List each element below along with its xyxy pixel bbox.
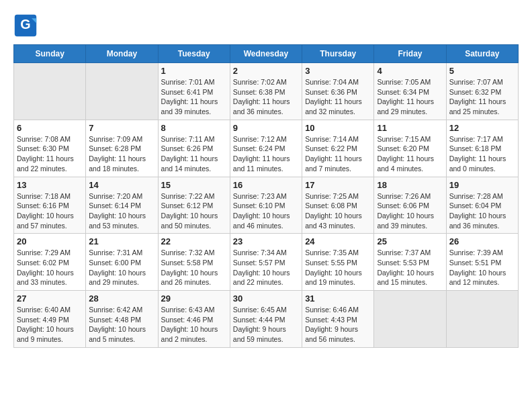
day-number: 12 [449, 123, 515, 133]
logo-icon: G [13, 13, 38, 38]
calendar-cell: 11Sunrise: 7:15 AMSunset: 6:20 PMDayligh… [374, 120, 446, 177]
day-number: 1 [161, 66, 227, 76]
day-info: Sunrise: 7:14 AMSunset: 6:22 PMDaylight:… [305, 134, 371, 174]
day-info: Sunrise: 7:11 AMSunset: 6:26 PMDaylight:… [161, 134, 227, 174]
day-info: Sunrise: 6:46 AMSunset: 4:43 PMDaylight:… [305, 305, 371, 345]
calendar-cell: 5Sunrise: 7:07 AMSunset: 6:32 PMDaylight… [446, 63, 518, 120]
day-number: 5 [449, 66, 515, 76]
day-number: 19 [449, 180, 515, 190]
day-number: 3 [305, 66, 371, 76]
calendar-cell [86, 63, 158, 120]
calendar-cell: 4Sunrise: 7:05 AMSunset: 6:34 PMDaylight… [374, 63, 446, 120]
day-info: Sunrise: 7:20 AMSunset: 6:14 PMDaylight:… [89, 191, 154, 231]
day-number: 20 [17, 236, 83, 246]
calendar-cell: 12Sunrise: 7:17 AMSunset: 6:18 PMDayligh… [446, 120, 518, 177]
calendar-cell [374, 291, 446, 348]
calendar-cell: 14Sunrise: 7:20 AMSunset: 6:14 PMDayligh… [86, 177, 158, 234]
calendar-cell: 24Sunrise: 7:35 AMSunset: 5:55 PMDayligh… [302, 234, 374, 291]
day-info: Sunrise: 7:05 AMSunset: 6:34 PMDaylight:… [377, 77, 443, 117]
day-number: 14 [89, 180, 154, 190]
calendar-week-3: 13Sunrise: 7:18 AMSunset: 6:16 PMDayligh… [14, 177, 519, 234]
day-number: 23 [233, 236, 299, 246]
calendar-cell: 7Sunrise: 7:09 AMSunset: 6:28 PMDaylight… [86, 120, 158, 177]
weekday-header-friday: Friday [374, 45, 446, 63]
day-info: Sunrise: 7:37 AMSunset: 5:53 PMDaylight:… [377, 248, 443, 287]
calendar-cell: 9Sunrise: 7:12 AMSunset: 6:24 PMDaylight… [230, 120, 302, 177]
calendar-cell: 17Sunrise: 7:25 AMSunset: 6:08 PMDayligh… [302, 177, 374, 234]
day-number: 25 [377, 236, 443, 246]
calendar-cell: 10Sunrise: 7:14 AMSunset: 6:22 PMDayligh… [302, 120, 374, 177]
calendar-cell: 2Sunrise: 7:02 AMSunset: 6:38 PMDaylight… [230, 63, 302, 120]
weekday-header-monday: Monday [86, 45, 158, 63]
day-number: 17 [305, 180, 371, 190]
calendar-cell: 3Sunrise: 7:04 AMSunset: 6:36 PMDaylight… [302, 63, 374, 120]
calendar-cell: 18Sunrise: 7:26 AMSunset: 6:06 PMDayligh… [374, 177, 446, 234]
day-info: Sunrise: 7:35 AMSunset: 5:55 PMDaylight:… [305, 248, 371, 287]
day-number: 10 [305, 123, 371, 133]
day-number: 4 [377, 66, 443, 76]
weekday-header-tuesday: Tuesday [158, 45, 230, 63]
weekday-header-saturday: Saturday [446, 45, 518, 63]
day-number: 24 [305, 236, 371, 246]
day-info: Sunrise: 6:42 AMSunset: 4:48 PMDaylight:… [89, 305, 154, 345]
day-number: 9 [233, 123, 299, 133]
weekday-header-sunday: Sunday [14, 45, 86, 63]
calendar-cell [446, 291, 518, 348]
day-number: 6 [17, 123, 83, 133]
calendar-cell: 28Sunrise: 6:42 AMSunset: 4:48 PMDayligh… [86, 291, 158, 348]
day-number: 18 [377, 180, 443, 190]
day-info: Sunrise: 7:17 AMSunset: 6:18 PMDaylight:… [449, 134, 515, 174]
day-number: 7 [89, 123, 154, 133]
calendar-cell: 8Sunrise: 7:11 AMSunset: 6:26 PMDaylight… [158, 120, 230, 177]
calendar-table: SundayMondayTuesdayWednesdayThursdayFrid… [13, 44, 519, 348]
calendar-cell: 26Sunrise: 7:39 AMSunset: 5:51 PMDayligh… [446, 234, 518, 291]
day-number: 21 [89, 236, 154, 246]
day-info: Sunrise: 7:29 AMSunset: 6:02 PMDaylight:… [17, 248, 83, 287]
day-info: Sunrise: 7:26 AMSunset: 6:06 PMDaylight:… [377, 191, 443, 231]
day-info: Sunrise: 7:12 AMSunset: 6:24 PMDaylight:… [233, 134, 299, 174]
day-info: Sunrise: 7:34 AMSunset: 5:57 PMDaylight:… [233, 248, 299, 287]
day-info: Sunrise: 6:43 AMSunset: 4:46 PMDaylight:… [161, 305, 227, 345]
calendar-week-2: 6Sunrise: 7:08 AMSunset: 6:30 PMDaylight… [14, 120, 519, 177]
calendar-week-4: 20Sunrise: 7:29 AMSunset: 6:02 PMDayligh… [14, 234, 519, 291]
day-info: Sunrise: 7:01 AMSunset: 6:41 PMDaylight:… [161, 77, 227, 117]
day-info: Sunrise: 7:04 AMSunset: 6:36 PMDaylight:… [305, 77, 371, 117]
day-info: Sunrise: 7:07 AMSunset: 6:32 PMDaylight:… [449, 77, 515, 117]
day-info: Sunrise: 7:31 AMSunset: 6:00 PMDaylight:… [89, 248, 154, 287]
calendar-cell [14, 63, 86, 120]
svg-text:G: G [20, 17, 30, 32]
weekday-header-row: SundayMondayTuesdayWednesdayThursdayFrid… [14, 45, 519, 63]
day-info: Sunrise: 7:02 AMSunset: 6:38 PMDaylight:… [233, 77, 299, 117]
calendar-week-1: 1Sunrise: 7:01 AMSunset: 6:41 PMDaylight… [14, 63, 519, 120]
day-info: Sunrise: 6:45 AMSunset: 4:44 PMDaylight:… [233, 305, 299, 345]
calendar-cell: 29Sunrise: 6:43 AMSunset: 4:46 PMDayligh… [158, 291, 230, 348]
day-number: 15 [161, 180, 227, 190]
day-info: Sunrise: 7:18 AMSunset: 6:16 PMDaylight:… [17, 191, 83, 231]
day-info: Sunrise: 7:15 AMSunset: 6:20 PMDaylight:… [377, 134, 443, 174]
calendar-cell: 31Sunrise: 6:46 AMSunset: 4:43 PMDayligh… [302, 291, 374, 348]
day-number: 11 [377, 123, 443, 133]
day-info: Sunrise: 7:28 AMSunset: 6:04 PMDaylight:… [449, 191, 515, 231]
day-number: 29 [161, 293, 227, 304]
day-info: Sunrise: 7:08 AMSunset: 6:30 PMDaylight:… [17, 134, 83, 174]
calendar-body: 1Sunrise: 7:01 AMSunset: 6:41 PMDaylight… [14, 63, 519, 348]
day-info: Sunrise: 7:32 AMSunset: 5:58 PMDaylight:… [161, 248, 227, 287]
day-number: 31 [305, 293, 371, 304]
day-number: 8 [161, 123, 227, 133]
day-info: Sunrise: 7:25 AMSunset: 6:08 PMDaylight:… [305, 191, 371, 231]
calendar-cell: 20Sunrise: 7:29 AMSunset: 6:02 PMDayligh… [14, 234, 86, 291]
day-info: Sunrise: 7:39 AMSunset: 5:51 PMDaylight:… [449, 248, 515, 287]
logo: G [13, 13, 40, 38]
day-number: 28 [89, 293, 154, 304]
day-info: Sunrise: 6:40 AMSunset: 4:49 PMDaylight:… [17, 305, 83, 345]
calendar-cell: 22Sunrise: 7:32 AMSunset: 5:58 PMDayligh… [158, 234, 230, 291]
day-number: 22 [161, 236, 227, 246]
calendar-cell: 30Sunrise: 6:45 AMSunset: 4:44 PMDayligh… [230, 291, 302, 348]
day-info: Sunrise: 7:09 AMSunset: 6:28 PMDaylight:… [89, 134, 154, 174]
day-number: 27 [17, 293, 83, 304]
weekday-header-thursday: Thursday [302, 45, 374, 63]
weekday-header-wednesday: Wednesday [230, 45, 302, 63]
calendar-cell: 16Sunrise: 7:23 AMSunset: 6:10 PMDayligh… [230, 177, 302, 234]
page-header: G [13, 13, 519, 38]
calendar-cell: 19Sunrise: 7:28 AMSunset: 6:04 PMDayligh… [446, 177, 518, 234]
